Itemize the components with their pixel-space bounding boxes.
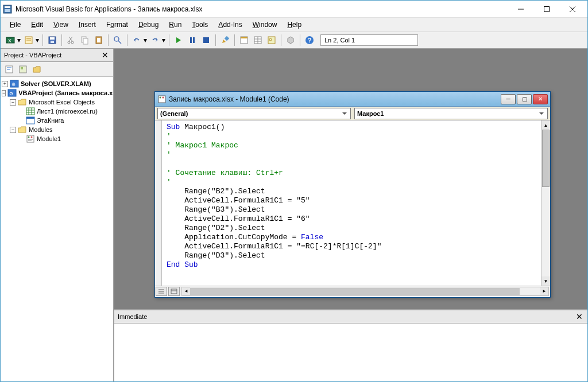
minimize-button[interactable] bbox=[508, 1, 533, 17]
break-button[interactable] bbox=[186, 34, 199, 46]
svg-point-21 bbox=[114, 37, 119, 41]
procedure-dropdown[interactable]: Макрос1 bbox=[354, 108, 548, 119]
titlebar: Microsoft Visual Basic for Applications … bbox=[1, 1, 587, 18]
app-icon bbox=[3, 5, 12, 14]
menu-debug[interactable]: Debug bbox=[134, 20, 163, 30]
immediate-window: Immediate ✕ bbox=[114, 309, 587, 381]
code-close-button[interactable]: ✕ bbox=[533, 94, 548, 104]
menu-format[interactable]: Format bbox=[102, 20, 133, 30]
vertical-scrollbar[interactable]: ▲ ▼ bbox=[541, 120, 550, 286]
toggle-folders-button[interactable] bbox=[30, 63, 43, 76]
svg-rect-24 bbox=[193, 37, 195, 43]
immediate-header: Immediate ✕ bbox=[114, 310, 587, 323]
run-button[interactable] bbox=[172, 34, 185, 46]
menu-edit[interactable]: Edit bbox=[26, 20, 48, 30]
collapse-icon[interactable]: − bbox=[2, 90, 6, 96]
scroll-down-arrow[interactable]: ▼ bbox=[541, 276, 550, 286]
procedure-view-button[interactable] bbox=[156, 287, 167, 296]
horizontal-scrollbar[interactable]: ◄ ► bbox=[181, 287, 549, 296]
menu-addins[interactable]: Add-Ins bbox=[214, 20, 246, 30]
cursor-position: Ln 2, Col 1 bbox=[320, 34, 418, 46]
code-editor[interactable]: Sub Макрос1() ' ' Макрос1 Макрос ' ' Соч… bbox=[162, 120, 541, 286]
object-dropdown[interactable]: (General) bbox=[157, 108, 351, 119]
design-mode-button[interactable] bbox=[219, 34, 231, 46]
svg-point-55 bbox=[31, 137, 33, 138]
svg-rect-53 bbox=[27, 135, 34, 142]
menu-help[interactable]: Help bbox=[283, 20, 306, 30]
immediate-close[interactable]: ✕ bbox=[575, 312, 584, 321]
folder-open-icon bbox=[18, 126, 27, 134]
menu-view[interactable]: View bbox=[49, 20, 73, 30]
full-module-view-button[interactable] bbox=[168, 287, 180, 296]
paste-button[interactable] bbox=[92, 34, 105, 46]
properties-button[interactable] bbox=[252, 34, 264, 46]
immediate-input[interactable] bbox=[114, 323, 587, 381]
svg-line-22 bbox=[118, 41, 121, 44]
code-minimize-button[interactable]: ─ bbox=[501, 94, 516, 104]
menu-tools[interactable]: Tools bbox=[187, 20, 212, 30]
svg-rect-20 bbox=[97, 38, 100, 42]
code-margin[interactable] bbox=[155, 120, 162, 286]
collapse-icon[interactable]: − bbox=[10, 99, 16, 106]
project-explorer-panel: Project - VBAProject ✕ + ⚙ Solver (SOLVE… bbox=[1, 49, 114, 381]
module-icon bbox=[157, 95, 167, 103]
tree-vbaproject[interactable]: − ⚙ VBAProject (Запись макроса.xlsx) bbox=[2, 88, 112, 98]
tree-module1[interactable]: Module1 bbox=[2, 134, 112, 143]
maximize-button[interactable] bbox=[533, 1, 559, 17]
collapse-icon[interactable]: − bbox=[10, 127, 16, 133]
menu-window[interactable]: Window bbox=[248, 20, 282, 30]
scroll-up-arrow[interactable]: ▲ bbox=[541, 120, 550, 130]
code-window-titlebar[interactable]: Запись макроса.xlsx - Module1 (Code) ─ ▢… bbox=[155, 92, 550, 107]
close-button[interactable] bbox=[559, 1, 585, 17]
insert-module-button[interactable] bbox=[22, 34, 35, 46]
code-window[interactable]: Запись макроса.xlsx - Module1 (Code) ─ ▢… bbox=[154, 91, 551, 298]
undo-button[interactable] bbox=[130, 34, 143, 46]
svg-rect-18 bbox=[83, 38, 88, 44]
tree-thisworkbook[interactable]: ЭтаКнига bbox=[2, 116, 112, 125]
find-button[interactable] bbox=[111, 34, 124, 46]
code-maximize-button[interactable]: ▢ bbox=[517, 94, 532, 104]
tree-modules[interactable]: − Modules bbox=[2, 125, 112, 134]
redo-dropdown[interactable]: ▾ bbox=[161, 36, 166, 44]
reset-button[interactable] bbox=[200, 34, 212, 46]
view-object-button[interactable] bbox=[17, 63, 29, 76]
window-title: Microsoft Visual Basic for Applications … bbox=[16, 5, 508, 13]
scroll-thumb[interactable] bbox=[542, 130, 550, 187]
project-tree[interactable]: + ⚙ Solver (SOLVER.XLAM) − ⚙ VBAProject … bbox=[1, 77, 113, 381]
expand-icon[interactable]: + bbox=[2, 81, 8, 87]
insert-module-dropdown[interactable]: ▾ bbox=[35, 36, 40, 44]
object-browser-button[interactable] bbox=[265, 34, 278, 46]
view-excel-button[interactable]: X bbox=[4, 34, 17, 46]
save-button[interactable] bbox=[46, 34, 59, 46]
svg-rect-25 bbox=[203, 37, 209, 43]
menu-file[interactable]: File bbox=[5, 20, 25, 30]
tree-label: Module1 bbox=[37, 135, 61, 142]
menu-run[interactable]: Run bbox=[164, 20, 186, 30]
tree-excel-objects[interactable]: − Microsoft Excel Objects bbox=[2, 98, 112, 107]
undo-dropdown[interactable]: ▾ bbox=[143, 36, 148, 44]
svg-rect-1 bbox=[5, 6, 10, 8]
svg-point-60 bbox=[163, 96, 164, 98]
tree-label: Microsoft Excel Objects bbox=[29, 99, 95, 106]
svg-point-15 bbox=[68, 41, 70, 44]
redo-button[interactable] bbox=[149, 34, 161, 46]
project-panel-close[interactable]: ✕ bbox=[100, 50, 110, 60]
tree-solver[interactable]: + ⚙ Solver (SOLVER.XLAM) bbox=[2, 79, 112, 88]
worksheet-icon bbox=[26, 107, 35, 115]
code-window-title: Запись макроса.xlsx - Module1 (Code) bbox=[169, 95, 501, 103]
scroll-right-arrow[interactable]: ► bbox=[540, 287, 548, 295]
toolbox-button[interactable] bbox=[284, 34, 297, 46]
immediate-title: Immediate bbox=[118, 313, 147, 320]
copy-button[interactable] bbox=[79, 34, 91, 46]
svg-point-59 bbox=[160, 96, 161, 98]
view-excel-dropdown[interactable]: ▾ bbox=[17, 36, 21, 44]
menu-insert[interactable]: Insert bbox=[74, 20, 100, 30]
tree-label: Solver (SOLVER.XLAM) bbox=[21, 80, 91, 87]
scroll-left-arrow[interactable]: ◄ bbox=[182, 287, 190, 295]
hscroll-thumb[interactable] bbox=[190, 288, 520, 295]
help-button[interactable]: ? bbox=[303, 34, 316, 46]
cut-button[interactable] bbox=[65, 34, 78, 46]
tree-sheet1[interactable]: Лист1 (microexcel.ru) bbox=[2, 107, 112, 116]
view-code-button[interactable] bbox=[3, 63, 16, 76]
project-explorer-button[interactable] bbox=[238, 34, 250, 46]
